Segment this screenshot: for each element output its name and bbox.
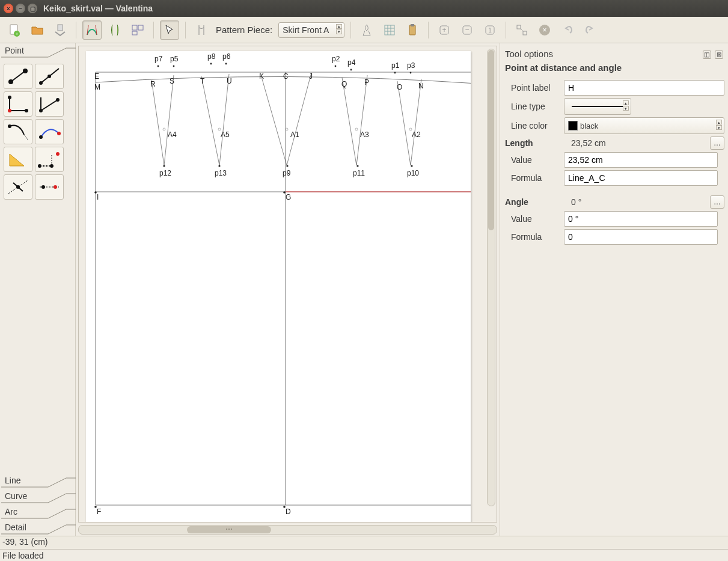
table-button[interactable] (380, 20, 399, 40)
vertical-scrollbar[interactable] (487, 49, 495, 506)
window-minimize-button[interactable]: – (16, 4, 25, 13)
length-fx-button[interactable]: … (710, 136, 724, 150)
svg-rect-8 (409, 25, 415, 35)
window-maximize-button[interactable]: ▢ (28, 4, 37, 13)
svg-text:U: U (227, 77, 232, 85)
svg-text:p4: p4 (347, 58, 356, 67)
zoom-fit-button[interactable] (512, 20, 531, 40)
stop-button[interactable]: × (535, 20, 554, 40)
save-file-button[interactable] (50, 20, 70, 40)
tool-tab-line[interactable]: Line (0, 473, 75, 489)
svg-text:+: + (16, 31, 19, 37)
svg-text:×: × (543, 26, 547, 34)
line-type-label: Line type (504, 102, 560, 111)
point-label-input[interactable] (564, 80, 724, 96)
tool-line-intersect-axis[interactable] (35, 174, 64, 200)
angle-static: 0 ° (570, 197, 706, 207)
new-file-button[interactable]: + (5, 20, 24, 40)
svg-point-104 (356, 165, 358, 167)
svg-point-75 (394, 72, 396, 74)
length-value-input[interactable] (564, 152, 718, 168)
tool-tab-detail[interactable]: Detail (0, 520, 75, 536)
horizontal-scrollbar[interactable] (78, 525, 497, 535)
zoom-out-button[interactable]: − (457, 20, 477, 40)
svg-rect-16 (517, 25, 521, 29)
tool-tab-arc[interactable]: Arc (0, 504, 75, 520)
tool-point-intersection[interactable] (35, 147, 64, 172)
detail-mode-button[interactable] (105, 20, 124, 40)
svg-point-59 (286, 128, 288, 130)
redo-button[interactable] (581, 20, 600, 40)
svg-point-102 (286, 165, 288, 167)
svg-text:1: 1 (488, 27, 492, 34)
angle-formula-label: Formula (504, 232, 560, 242)
angle-value-input[interactable] (564, 211, 718, 227)
length-formula-input[interactable] (564, 170, 718, 186)
layout-mode-button[interactable] (128, 20, 147, 40)
draw-mode-button[interactable] (82, 20, 102, 40)
titlebar: × – ▢ Keiko_skirt.val — Valentina (0, 0, 728, 17)
tool-shoulder[interactable] (4, 119, 32, 144)
svg-text:p8: p8 (207, 52, 216, 61)
line-type-combo[interactable]: ▴▾ (564, 98, 631, 115)
svg-rect-9 (411, 24, 414, 26)
pointer-tool-button[interactable] (160, 20, 179, 40)
svg-point-73 (350, 69, 352, 71)
tool-options-subtitle: Point at distance and angle (504, 61, 724, 78)
svg-point-28 (8, 109, 11, 112)
svg-text:p5: p5 (170, 55, 179, 63)
point-tools-grid (0, 59, 75, 204)
svg-text:−: − (465, 25, 470, 34)
svg-text:Q: Q (341, 80, 347, 88)
svg-point-60 (355, 128, 358, 130)
tool-bisector[interactable] (35, 91, 64, 117)
new-pattern-piece-button[interactable] (192, 20, 211, 40)
tool-point-contact[interactable] (35, 119, 64, 144)
tool-along-line[interactable] (35, 64, 64, 89)
svg-rect-17 (523, 31, 527, 35)
svg-text:p1: p1 (391, 61, 400, 70)
line-color-combo[interactable]: black ▴▾ (564, 117, 724, 134)
status-bar: -39, 31 (cm) (0, 536, 728, 549)
svg-point-77 (410, 72, 412, 74)
svg-line-22 (11, 71, 25, 82)
svg-text:F: F (97, 507, 101, 516)
open-file-button[interactable] (28, 20, 47, 40)
svg-rect-5 (138, 25, 143, 30)
svg-point-29 (8, 96, 11, 99)
pattern-piece-label: Pattern Piece: (216, 25, 272, 35)
panel-close-button[interactable]: ⊠ (715, 51, 723, 59)
svg-text:A2: A2 (412, 130, 421, 139)
tool-cut-arc[interactable] (4, 174, 32, 200)
svg-line-46 (13, 183, 23, 191)
tool-normal[interactable] (4, 91, 32, 117)
left-tool-panel: Point Line Curve Arc Detail (0, 43, 76, 536)
zoom-in-button[interactable]: + (435, 20, 454, 40)
svg-point-69 (225, 63, 227, 65)
zoom-original-button[interactable]: 1 (480, 20, 500, 40)
window-close-button[interactable]: × (4, 4, 13, 13)
svg-point-57 (163, 128, 165, 130)
tool-endpoint[interactable] (4, 64, 32, 89)
measurements-button[interactable] (357, 20, 376, 40)
angle-value-label: Value (504, 214, 560, 224)
svg-text:D: D (286, 507, 291, 516)
drawing-canvas[interactable]: p7p5p8p6p2p4p1p3EMRSTUKCJQPONALA4A5A1A3A… (78, 46, 497, 523)
angle-formula-input[interactable] (564, 229, 718, 245)
svg-text:A1: A1 (290, 130, 299, 139)
tool-triangle[interactable] (4, 147, 32, 172)
pattern-piece-combo[interactable]: Skirt Front A ▴▾ (278, 22, 344, 38)
history-button[interactable] (403, 20, 422, 40)
line-color-label: Line color (504, 121, 560, 130)
svg-text:O: O (397, 83, 402, 91)
svg-text:p6: p6 (222, 52, 231, 61)
tool-tab-point[interactable]: Point (0, 43, 75, 59)
drawing-canvas-area: p7p5p8p6p2p4p1p3EMRSTUKCJQPONALA4A5A1A3A… (76, 43, 500, 536)
panel-float-button[interactable]: ◫ (703, 51, 711, 59)
svg-point-49 (54, 185, 57, 189)
svg-text:A5: A5 (221, 130, 230, 139)
angle-fx-button[interactable]: … (710, 195, 724, 209)
svg-text:p9: p9 (283, 169, 291, 177)
undo-button[interactable] (558, 20, 577, 40)
tool-tab-curve[interactable]: Curve (0, 489, 75, 504)
